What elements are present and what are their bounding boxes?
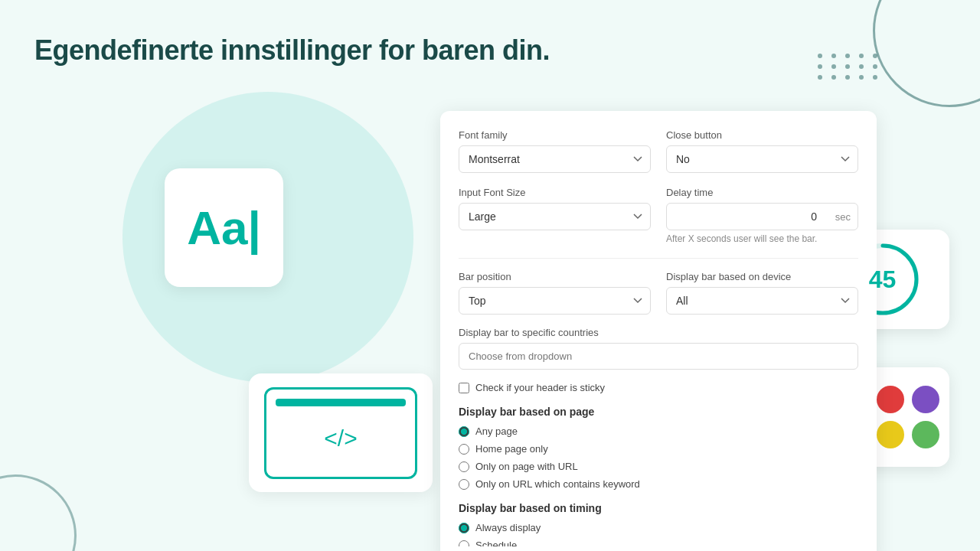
delay-unit-label: sec	[835, 211, 851, 223]
display-device-label: Display bar based on device	[666, 271, 858, 282]
field-delay-time: Delay time sec After X seconds user will…	[666, 187, 858, 244]
countries-input[interactable]	[459, 343, 858, 370]
sticky-header-label[interactable]: Check if your header is sticky	[475, 382, 605, 393]
code-card-inner: </>	[264, 387, 417, 479]
radio-always-display-input[interactable]	[459, 523, 469, 533]
display-by-timing-title: Display bar based on timing	[459, 502, 858, 514]
countries-label: Display bar to specific countries	[459, 327, 858, 338]
close-button-select[interactable]: No Yes	[666, 145, 858, 173]
sticky-header-checkbox[interactable]	[459, 383, 469, 393]
field-font-family: Font family Montserrat Roboto Open Sans …	[459, 129, 651, 173]
decorative-circle-bottom-left	[0, 474, 77, 551]
input-font-size-select[interactable]: Small Medium Large	[459, 203, 651, 230]
radio-schedule: Schedule	[459, 540, 858, 546]
radio-url-keyword-input[interactable]	[459, 479, 469, 490]
field-display-device: Display bar based on device All Desktop …	[666, 271, 858, 315]
font-preview-card: Aa|	[165, 168, 283, 287]
code-card-top-bar	[276, 399, 406, 406]
row-position-device: Bar position Top Bottom Display bar base…	[459, 271, 858, 315]
radio-url-keyword: Only on URL which contains keyword	[459, 478, 858, 490]
timer-number: 45	[869, 266, 897, 294]
divider-1	[459, 258, 858, 259]
close-button-label: Close button	[666, 129, 858, 141]
settings-panel: Font family Montserrat Roboto Open Sans …	[440, 111, 877, 551]
radio-page-url-input[interactable]	[459, 461, 469, 472]
field-bar-position: Bar position Top Bottom	[459, 271, 651, 315]
radio-page-url: Only on page with URL	[459, 461, 858, 472]
font-family-label: Font family	[459, 129, 651, 141]
radio-home-only-label[interactable]: Home page only	[475, 443, 548, 455]
color-swatch-purple	[912, 386, 939, 413]
radio-page-url-label[interactable]: Only on page with URL	[475, 461, 578, 472]
radio-url-keyword-label[interactable]: Only on URL which contains keyword	[475, 478, 640, 490]
radio-any-page: Any page	[459, 425, 858, 437]
display-by-page-section: Display bar based on page Any page Home …	[459, 406, 858, 490]
color-swatch-yellow	[877, 421, 904, 448]
radio-home-only-input[interactable]	[459, 444, 469, 455]
code-preview-card: </>	[249, 373, 433, 492]
color-swatch-green	[912, 421, 939, 448]
radio-any-page-label[interactable]: Any page	[475, 425, 518, 437]
color-swatch-red	[877, 386, 904, 413]
radio-schedule-label[interactable]: Schedule	[475, 540, 517, 546]
field-countries: Display bar to specific countries	[459, 327, 858, 370]
page-title: Egendefinerte innstillinger for baren di…	[34, 34, 550, 67]
radio-always-display: Always display	[459, 522, 858, 533]
bar-position-select[interactable]: Top Bottom	[459, 287, 651, 315]
delay-hint-text: After X seconds user will see the bar.	[666, 233, 858, 244]
field-close-button: Close button No Yes	[666, 129, 858, 173]
font-family-select[interactable]: Montserrat Roboto Open Sans Lato Arial	[459, 145, 651, 173]
radio-home-only: Home page only	[459, 443, 858, 455]
radio-any-page-input[interactable]	[459, 426, 469, 437]
input-font-size-label: Input Font Size	[459, 187, 651, 198]
panel-scroll: Font family Montserrat Roboto Open Sans …	[459, 129, 858, 546]
radio-always-display-label[interactable]: Always display	[475, 522, 541, 533]
delay-time-label: Delay time	[666, 187, 858, 198]
bar-position-label: Bar position	[459, 271, 651, 282]
display-by-timing-section: Display bar based on timing Always displ…	[459, 502, 858, 546]
font-preview-text: Aa|	[187, 201, 261, 255]
display-device-select[interactable]: All Desktop Mobile Tablet	[666, 287, 858, 315]
row-font-close: Font family Montserrat Roboto Open Sans …	[459, 129, 858, 173]
decorative-circle-top-right	[873, 0, 980, 107]
sticky-header-row: Check if your header is sticky	[459, 382, 858, 393]
field-input-font-size: Input Font Size Small Medium Large	[459, 187, 651, 244]
row-fontsize-delay: Input Font Size Small Medium Large Delay…	[459, 187, 858, 244]
delay-time-input[interactable]	[666, 203, 858, 230]
display-by-page-title: Display bar based on page	[459, 406, 858, 418]
decorative-dots	[818, 54, 880, 80]
radio-schedule-input[interactable]	[459, 540, 469, 547]
code-brackets-icon: </>	[324, 425, 357, 452]
delay-wrapper: sec	[666, 203, 858, 230]
